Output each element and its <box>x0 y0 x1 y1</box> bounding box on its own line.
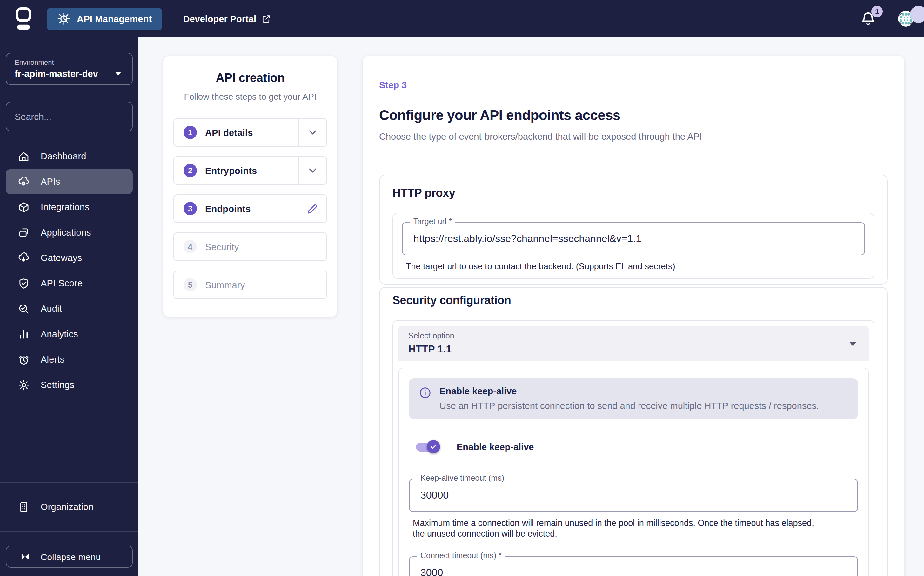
step-label: Endpoints <box>205 203 251 214</box>
target-url-helper: The target url to use to contact the bac… <box>406 262 865 272</box>
notification-count-badge: 1 <box>871 5 883 17</box>
step-label: API details <box>205 127 253 138</box>
edit-pencil-icon[interactable] <box>299 202 326 215</box>
search-check-icon <box>17 302 30 315</box>
keep-alive-info-banner: Enable keep-alive Use an HTTP persistent… <box>409 379 858 419</box>
step-label: Summary <box>205 280 245 290</box>
select-caret-icon <box>849 342 857 346</box>
keep-alive-toggle[interactable] <box>416 440 440 454</box>
sidebar-item-analytics[interactable]: Analytics <box>6 322 133 347</box>
step-number-badge: 1 <box>184 126 197 139</box>
keep-alive-toggle-row: Enable keep-alive <box>416 440 858 454</box>
top-bar: API Management Developer Portal 1 <box>0 0 924 37</box>
step-indicator: Step 3 <box>379 80 888 90</box>
sidebar: Environment fr-apim-master-dev Dashboard <box>0 37 138 576</box>
sidebar-nav: Dashboard APIs Integrations Applications <box>0 144 138 398</box>
sidebar-item-api-score[interactable]: API Score <box>6 270 133 296</box>
sidebar-item-label: Dashboard <box>41 151 86 161</box>
sidebar-item-applications[interactable]: Applications <box>6 220 133 245</box>
external-link-icon <box>261 14 272 24</box>
apim-gear-icon <box>57 12 70 26</box>
cube-icon <box>17 201 30 213</box>
select-value: HTTP 1.1 <box>408 344 858 355</box>
apps-icon <box>17 226 30 239</box>
api-management-label: API Management <box>77 14 152 24</box>
step-row-security[interactable]: 4 Security <box>173 232 327 261</box>
info-banner-description: Use an HTTP persistent connection to sen… <box>440 401 819 411</box>
connect-timeout-label: Connect timeout (ms) * <box>417 552 505 560</box>
stepper-steps: 1 API details 2 Entrypoints 3 <box>173 118 327 299</box>
sidebar-item-label: Applications <box>41 227 91 237</box>
stepper-subtitle: Follow these steps to get your API <box>173 92 327 102</box>
check-icon <box>430 443 437 451</box>
target-url-label: Target url * <box>410 217 455 226</box>
target-url-input[interactable] <box>403 223 864 254</box>
home-icon <box>17 150 30 163</box>
content-area: API creation Follow these steps to get y… <box>138 37 924 576</box>
alarm-clock-icon <box>17 353 30 366</box>
environment-selector[interactable]: Environment fr-apim-master-dev <box>6 53 133 85</box>
sidebar-item-integrations[interactable]: Integrations <box>6 194 133 220</box>
keep-alive-timeout-label: Keep-alive timeout (ms) <box>417 474 507 483</box>
step-number-badge: 5 <box>184 278 197 291</box>
step-row-summary[interactable]: 5 Summary <box>173 270 327 299</box>
select-label: Select option <box>408 332 858 341</box>
developer-portal-label: Developer Portal <box>183 14 256 24</box>
collapse-menu-button[interactable]: Collapse menu <box>6 546 133 568</box>
step-row-api-details[interactable]: 1 API details <box>173 118 327 147</box>
sidebar-item-audit[interactable]: Audit <box>6 296 133 322</box>
page-subtitle: Choose the type of event-brokers/backend… <box>379 131 888 142</box>
sidebar-item-organization[interactable]: Organization <box>0 483 138 531</box>
sidebar-item-apis[interactable]: APIs <box>6 169 133 194</box>
gear-icon <box>17 379 30 391</box>
api-creation-stepper-card: API creation Follow these steps to get y… <box>163 56 337 317</box>
keep-alive-timeout-input[interactable] <box>409 480 857 512</box>
sidebar-item-label: Audit <box>41 304 62 314</box>
connect-timeout-field: Connect timeout (ms) * <box>409 557 858 576</box>
stepper-title: API creation <box>173 71 327 85</box>
tab-developer-portal[interactable]: Developer Portal <box>183 14 272 24</box>
keep-alive-timeout-helper: Maximum time a connection will remain un… <box>413 518 819 539</box>
cloud-gear-icon <box>17 175 30 188</box>
http-version-select[interactable]: Select option HTTP 1.1 <box>398 326 869 362</box>
sidebar-item-settings[interactable]: Settings <box>6 372 133 398</box>
security-options-group: Select option HTTP 1.1 Enable keep- <box>392 320 874 576</box>
info-banner-title: Enable keep-alive <box>440 386 819 397</box>
target-url-group: Target url * The target url to use to co… <box>392 213 874 279</box>
endpoints-step-card: Step 3 Configure your API endpoints acce… <box>363 56 904 576</box>
sidebar-divider <box>0 531 138 531</box>
toggle-thumb <box>427 440 440 454</box>
tab-api-management[interactable]: API Management <box>47 7 162 30</box>
sidebar-item-dashboard[interactable]: Dashboard <box>6 144 133 169</box>
step-number-badge: 2 <box>184 164 197 177</box>
sidebar-item-label: Integrations <box>41 202 90 212</box>
sidebar-item-label: Alerts <box>41 354 64 365</box>
sidebar-item-label: Analytics <box>41 329 78 339</box>
security-configuration-heading: Security configuration <box>392 294 874 308</box>
notifications-button[interactable]: 1 <box>860 10 876 28</box>
security-configuration-card: Security configuration Select option HTT… <box>379 287 888 576</box>
sidebar-item-label: Settings <box>41 380 74 390</box>
step-row-entrypoints[interactable]: 2 Entrypoints <box>173 156 327 185</box>
step-number-badge: 4 <box>184 240 197 253</box>
step-number-badge: 3 <box>184 202 197 215</box>
chevron-down-icon[interactable] <box>299 157 326 184</box>
chevron-down-icon[interactable] <box>299 119 326 146</box>
step-label: Entrypoints <box>205 165 257 176</box>
http-proxy-heading: HTTP proxy <box>392 187 874 200</box>
info-icon <box>419 387 431 411</box>
sidebar-item-label: API Score <box>41 278 83 288</box>
sidebar-search[interactable] <box>6 102 133 131</box>
search-input[interactable] <box>14 112 133 122</box>
http-proxy-card: HTTP proxy Target url * The target url t… <box>379 174 888 285</box>
sidebar-item-label: Gateways <box>41 253 82 263</box>
step-row-endpoints[interactable]: 3 Endpoints <box>173 194 327 223</box>
shield-check-icon <box>17 277 30 290</box>
collapse-icon <box>18 550 31 563</box>
keep-alive-timeout-field: Keep-alive timeout (ms) <box>409 479 858 512</box>
sidebar-item-gateways[interactable]: Gateways <box>6 245 133 270</box>
step-label: Security <box>205 242 239 252</box>
app-window: API Management Developer Portal 1 <box>0 0 924 576</box>
sidebar-item-alerts[interactable]: Alerts <box>6 347 133 372</box>
gravitee-logo-icon <box>14 6 33 32</box>
